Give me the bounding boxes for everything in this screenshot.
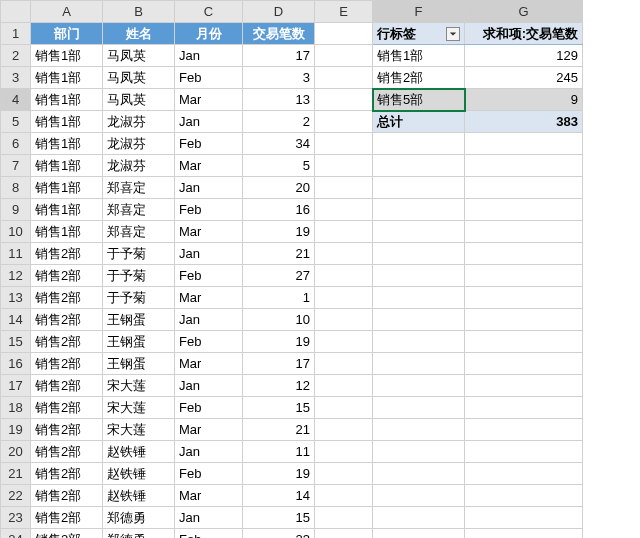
- cell-F17[interactable]: [373, 375, 465, 397]
- cell-E5[interactable]: [315, 111, 373, 133]
- cell-C13[interactable]: Mar: [175, 287, 243, 309]
- cell-E9[interactable]: [315, 199, 373, 221]
- cell-F6[interactable]: [373, 133, 465, 155]
- cell-E13[interactable]: [315, 287, 373, 309]
- cell-G6[interactable]: [465, 133, 583, 155]
- col-header-G[interactable]: G: [465, 1, 583, 23]
- cell-A15[interactable]: 销售2部: [31, 331, 103, 353]
- cell-C20[interactable]: Jan: [175, 441, 243, 463]
- row-header-10[interactable]: 10: [1, 221, 31, 243]
- cell-G12[interactable]: [465, 265, 583, 287]
- cell-B6[interactable]: 龙淑芬: [103, 133, 175, 155]
- row-header-22[interactable]: 22: [1, 485, 31, 507]
- row-header-8[interactable]: 8: [1, 177, 31, 199]
- cell-A20[interactable]: 销售2部: [31, 441, 103, 463]
- cell-B2[interactable]: 马凤英: [103, 45, 175, 67]
- cell-C22[interactable]: Mar: [175, 485, 243, 507]
- row-header-7[interactable]: 7: [1, 155, 31, 177]
- cell-E14[interactable]: [315, 309, 373, 331]
- cell-A22[interactable]: 销售2部: [31, 485, 103, 507]
- cell-D17[interactable]: 12: [243, 375, 315, 397]
- cell-E4[interactable]: [315, 89, 373, 111]
- cell-C12[interactable]: Feb: [175, 265, 243, 287]
- cell-B3[interactable]: 马凤英: [103, 67, 175, 89]
- cell-F7[interactable]: [373, 155, 465, 177]
- cell-G13[interactable]: [465, 287, 583, 309]
- cell-C16[interactable]: Mar: [175, 353, 243, 375]
- row-header-14[interactable]: 14: [1, 309, 31, 331]
- cell-G8[interactable]: [465, 177, 583, 199]
- cell-B4[interactable]: 马凤英: [103, 89, 175, 111]
- cell-E17[interactable]: [315, 375, 373, 397]
- cell-G10[interactable]: [465, 221, 583, 243]
- cell-C23[interactable]: Jan: [175, 507, 243, 529]
- spreadsheet[interactable]: A B C D E F G 1部门姓名月份交易笔数行标签求和项:交易笔数2销售1…: [0, 0, 640, 538]
- cell-A10[interactable]: 销售1部: [31, 221, 103, 243]
- cell-A19[interactable]: 销售2部: [31, 419, 103, 441]
- main-header-C[interactable]: 月份: [175, 23, 243, 45]
- cell-A17[interactable]: 销售2部: [31, 375, 103, 397]
- cell-D5[interactable]: 2: [243, 111, 315, 133]
- cell-B9[interactable]: 郑喜定: [103, 199, 175, 221]
- cell-F20[interactable]: [373, 441, 465, 463]
- pivot-total-label[interactable]: 总计: [373, 111, 465, 133]
- cell-D2[interactable]: 17: [243, 45, 315, 67]
- cell-F14[interactable]: [373, 309, 465, 331]
- cell-D13[interactable]: 1: [243, 287, 315, 309]
- col-header-A[interactable]: A: [31, 1, 103, 23]
- cell-E12[interactable]: [315, 265, 373, 287]
- cell-A18[interactable]: 销售2部: [31, 397, 103, 419]
- col-header-F[interactable]: F: [373, 1, 465, 23]
- cell-E11[interactable]: [315, 243, 373, 265]
- cell-A6[interactable]: 销售1部: [31, 133, 103, 155]
- cell-G16[interactable]: [465, 353, 583, 375]
- cell-E21[interactable]: [315, 463, 373, 485]
- row-header-6[interactable]: 6: [1, 133, 31, 155]
- main-header-A[interactable]: 部门: [31, 23, 103, 45]
- cell-A9[interactable]: 销售1部: [31, 199, 103, 221]
- cell-G18[interactable]: [465, 397, 583, 419]
- cell-C2[interactable]: Jan: [175, 45, 243, 67]
- cell-G21[interactable]: [465, 463, 583, 485]
- cell-G15[interactable]: [465, 331, 583, 353]
- cell-C9[interactable]: Feb: [175, 199, 243, 221]
- cell-A24[interactable]: 销售2部: [31, 529, 103, 539]
- cell-E15[interactable]: [315, 331, 373, 353]
- cell-C14[interactable]: Jan: [175, 309, 243, 331]
- cell-F22[interactable]: [373, 485, 465, 507]
- cell-C15[interactable]: Feb: [175, 331, 243, 353]
- cell-C19[interactable]: Mar: [175, 419, 243, 441]
- cell-G11[interactable]: [465, 243, 583, 265]
- cell-B11[interactable]: 于予菊: [103, 243, 175, 265]
- cell-A14[interactable]: 销售2部: [31, 309, 103, 331]
- cell-E10[interactable]: [315, 221, 373, 243]
- cell-E6[interactable]: [315, 133, 373, 155]
- main-header-D[interactable]: 交易笔数: [243, 23, 315, 45]
- cell-B22[interactable]: 赵铁锤: [103, 485, 175, 507]
- cell-C10[interactable]: Mar: [175, 221, 243, 243]
- pivot-row-label-0[interactable]: 销售1部: [373, 45, 465, 67]
- cell-D7[interactable]: 5: [243, 155, 315, 177]
- row-header-20[interactable]: 20: [1, 441, 31, 463]
- cell-G23[interactable]: [465, 507, 583, 529]
- row-header-19[interactable]: 19: [1, 419, 31, 441]
- cell-D3[interactable]: 3: [243, 67, 315, 89]
- cell-D19[interactable]: 21: [243, 419, 315, 441]
- cell-E18[interactable]: [315, 397, 373, 419]
- cell-F16[interactable]: [373, 353, 465, 375]
- cell-B18[interactable]: 宋大莲: [103, 397, 175, 419]
- cell-B5[interactable]: 龙淑芬: [103, 111, 175, 133]
- col-header-D[interactable]: D: [243, 1, 315, 23]
- cell-B8[interactable]: 郑喜定: [103, 177, 175, 199]
- cell-A21[interactable]: 销售2部: [31, 463, 103, 485]
- cell-G19[interactable]: [465, 419, 583, 441]
- cell-E19[interactable]: [315, 419, 373, 441]
- cell-F11[interactable]: [373, 243, 465, 265]
- cell-A16[interactable]: 销售2部: [31, 353, 103, 375]
- pivot-row-label-2[interactable]: 销售5部: [373, 89, 465, 111]
- row-header-4[interactable]: 4: [1, 89, 31, 111]
- col-header-E[interactable]: E: [315, 1, 373, 23]
- cell-B7[interactable]: 龙淑芬: [103, 155, 175, 177]
- cell-D20[interactable]: 11: [243, 441, 315, 463]
- cell-C8[interactable]: Jan: [175, 177, 243, 199]
